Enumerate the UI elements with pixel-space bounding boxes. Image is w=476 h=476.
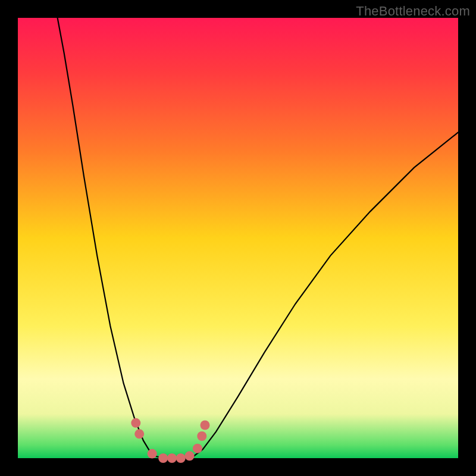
chart-frame: TheBottleneck.com [0,0,476,476]
plot-area [18,18,458,458]
marker-dot [148,449,157,459]
marker-dot [176,453,186,463]
chart-svg [18,18,458,458]
marker-dot [193,444,202,453]
marker-dot [134,429,144,439]
marker-dot [201,421,210,430]
curve-right-branch [194,132,458,456]
curve-left-branch [58,18,155,456]
marker-dot [158,453,168,463]
marker-dot [131,418,140,428]
marker-dot [167,453,177,463]
watermark-label: TheBottleneck.com [356,4,470,19]
marker-dot [197,431,206,441]
marker-dot [185,451,195,461]
